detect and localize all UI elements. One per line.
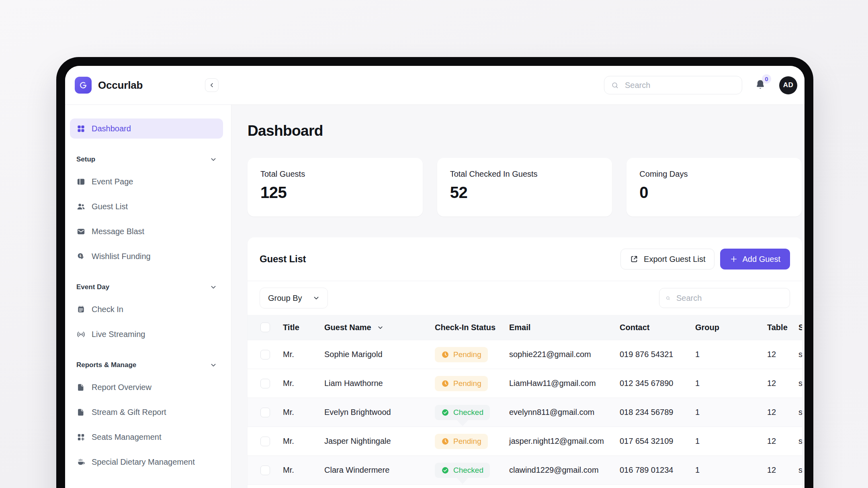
export-button-label: Export Guest List xyxy=(644,255,705,264)
global-search[interactable] xyxy=(604,76,742,94)
sidebar-item-label: Event Page xyxy=(92,177,133,186)
sidebar-item-special-dietary-management[interactable]: Special Dietary Management xyxy=(70,452,223,472)
food-cup-icon xyxy=(76,457,86,467)
col-email: Email xyxy=(509,323,620,332)
cell-table: 12 xyxy=(767,466,798,475)
sidebar-section-event-day[interactable]: Event Day xyxy=(70,282,223,292)
guest-list-search-input[interactable] xyxy=(676,293,784,303)
cell-seat: s xyxy=(798,437,802,446)
chevron-down-icon xyxy=(209,283,217,291)
guest-list-header: Guest List Export Guest List xyxy=(248,237,802,281)
device-frame: Occurlab 0 xyxy=(56,57,813,488)
chevron-down-icon xyxy=(209,155,217,163)
status-badge-pending: Pending xyxy=(435,434,488,449)
check-circle-icon xyxy=(441,466,449,474)
row-checkbox[interactable] xyxy=(260,379,270,388)
stat-value: 0 xyxy=(639,184,789,202)
cell-group: 1 xyxy=(695,466,767,475)
cell-contact: 019 876 54321 xyxy=(620,350,695,359)
sidebar-item-live-streaming[interactable]: Live Streaming xyxy=(70,324,223,344)
cell-guest-name: Clara Windermere xyxy=(324,466,435,475)
row-checkbox[interactable] xyxy=(260,350,270,359)
col-guest-name[interactable]: Guest Name xyxy=(324,323,435,332)
row-checkbox[interactable] xyxy=(260,408,270,417)
clock-icon xyxy=(441,351,449,359)
guest-table: Title Guest Name Check-In Status Email C… xyxy=(248,315,802,488)
cell-group: 1 xyxy=(695,408,767,417)
guest-list-search[interactable] xyxy=(659,288,790,308)
row-checkbox[interactable] xyxy=(260,437,270,446)
export-icon xyxy=(630,255,639,263)
sidebar-item-stream-gift-report[interactable]: Stream & Gift Report xyxy=(70,402,223,422)
plus-icon xyxy=(730,255,738,263)
page-title: Dashboard xyxy=(248,123,802,139)
sidebar-item-wishlist-funding[interactable]: $ Wishlist Funding xyxy=(70,246,223,266)
sidebar-section-reports-manage[interactable]: Reports & Manage xyxy=(70,360,223,370)
guest-list-toolbar: Group By xyxy=(248,281,802,315)
col-seat: S xyxy=(798,323,802,332)
add-guest-button-label: Add Guest xyxy=(742,255,780,264)
status-badge-checked: Checked xyxy=(435,463,490,478)
sidebar-item-label: Check In xyxy=(92,305,123,314)
stat-value: 52 xyxy=(450,184,600,202)
dashboard-grid-icon xyxy=(76,124,86,133)
stat-card-total-guests: Total Guests 125 xyxy=(248,158,423,216)
cell-email: LiamHaw11@gmail.com xyxy=(509,379,620,388)
section-label: Reports & Manage xyxy=(76,361,136,369)
cell-group: 1 xyxy=(695,379,767,388)
cell-email: clawind1229@gmail.com xyxy=(509,466,620,475)
sort-chevron-down-icon xyxy=(377,324,384,331)
guest-list-card: Guest List Export Guest List xyxy=(248,237,802,488)
sidebar-item-dashboard[interactable]: Dashboard xyxy=(70,118,223,139)
table-row: Mr. Clara Windermere Checked clawind1229… xyxy=(248,455,802,484)
cell-title: Mr. xyxy=(283,466,324,475)
sidebar-section-setup[interactable]: Setup xyxy=(70,155,223,164)
page-background: Occurlab 0 xyxy=(0,0,868,488)
cell-contact: 017 654 32109 xyxy=(620,437,695,446)
cell-seat: s xyxy=(798,466,802,475)
group-by-dropdown[interactable]: Group By xyxy=(260,288,328,308)
select-all-checkbox[interactable] xyxy=(260,323,270,332)
global-search-input[interactable] xyxy=(624,80,735,90)
user-avatar[interactable]: AD xyxy=(779,76,797,94)
sidebar: Dashboard Setup Event Page xyxy=(65,105,231,488)
cell-group: 1 xyxy=(695,350,767,359)
stat-card-coming-days: Coming Days 0 xyxy=(626,158,802,216)
clock-icon xyxy=(441,437,449,445)
guest-table-header: Title Guest Name Check-In Status Email C… xyxy=(248,315,802,340)
search-icon xyxy=(611,81,619,90)
sidebar-collapse-button[interactable] xyxy=(205,78,219,92)
brand-name: Occurlab xyxy=(98,79,143,92)
cell-guest-name: Evelyn Brightwood xyxy=(324,408,435,417)
add-guest-button[interactable]: Add Guest xyxy=(720,249,790,270)
sidebar-item-label: Report Overview xyxy=(92,383,151,392)
cell-seat: s xyxy=(798,408,802,417)
status-badge-pending: Pending xyxy=(435,376,488,391)
export-guest-list-button[interactable]: Export Guest List xyxy=(620,249,714,270)
envelope-icon xyxy=(76,227,86,236)
cell-table: 12 xyxy=(767,379,798,388)
status-label: Checked xyxy=(453,466,483,475)
sidebar-item-report-overview[interactable]: Report Overview xyxy=(70,377,223,397)
sidebar-item-event-page[interactable]: Event Page xyxy=(70,172,223,192)
chevron-down-icon xyxy=(312,294,320,302)
row-checkbox[interactable] xyxy=(260,466,270,475)
guest-list-title: Guest List xyxy=(260,253,306,265)
cell-email: jasper.night12@gmail.com xyxy=(509,437,620,446)
notifications-button[interactable]: 0 xyxy=(754,78,767,92)
table-row: Mr. Sophie Marigold Pending sophie221@gm… xyxy=(248,340,802,369)
sidebar-item-label: Guest List xyxy=(92,202,128,211)
section-label: Event Day xyxy=(76,283,109,291)
cell-title: Mr. xyxy=(283,350,324,359)
cell-seat: s xyxy=(798,350,802,359)
cell-table: 12 xyxy=(767,437,798,446)
sidebar-item-guest-list[interactable]: Guest List xyxy=(70,196,223,216)
sidebar-item-check-in[interactable]: Check In xyxy=(70,299,223,319)
topbar: Occurlab 0 xyxy=(65,66,805,105)
users-icon xyxy=(76,202,86,211)
sidebar-item-message-blast[interactable]: Message Blast xyxy=(70,221,223,241)
event-page-icon xyxy=(76,177,86,186)
stat-label: Total Checked In Guests xyxy=(450,169,600,179)
sidebar-item-label: Wishlist Funding xyxy=(92,252,151,261)
sidebar-item-seats-management[interactable]: Seats Management xyxy=(70,427,223,447)
